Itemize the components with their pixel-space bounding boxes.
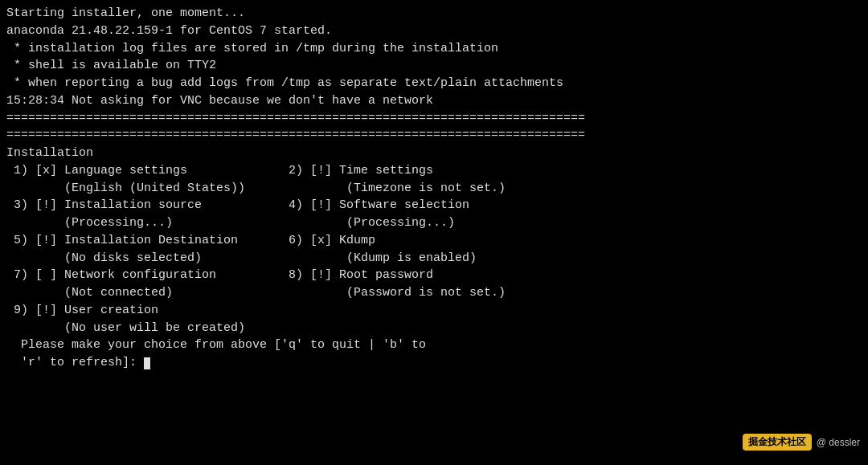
watermark-account: @ dessler bbox=[817, 437, 860, 448]
terminal-line: (Processing...) (Processing...) bbox=[6, 214, 862, 232]
terminal-line: * shell is available on TTY2 bbox=[6, 57, 862, 75]
cursor bbox=[144, 357, 150, 369]
terminal-line: ========================================… bbox=[6, 127, 862, 145]
terminal-line: 5) [!] Installation Destination 6) [x] K… bbox=[6, 232, 862, 250]
watermark-logo: 掘金技术社区 bbox=[743, 434, 812, 451]
terminal-line: ========================================… bbox=[6, 110, 862, 128]
terminal-line: 'r' to refresh]: bbox=[6, 354, 862, 372]
terminal-line: (No disks selected) (Kdump is enabled) bbox=[6, 250, 862, 267]
terminal-line: Please make your choice from above ['q' … bbox=[6, 337, 862, 354]
terminal-line: 15:28:34 Not asking for VNC because we d… bbox=[6, 92, 862, 110]
terminal-window: Starting installer, one moment...anacond… bbox=[0, 0, 868, 465]
watermark: 掘金技术社区 @ dessler bbox=[743, 434, 860, 451]
terminal-line: 9) [!] User creation bbox=[6, 302, 862, 320]
terminal-line: 7) [ ] Network configuration 8) [!] Root… bbox=[6, 267, 862, 284]
terminal-line: * installation log files are stored in /… bbox=[6, 40, 862, 58]
terminal-line: Installation bbox=[6, 145, 862, 162]
terminal-line: (English (United States)) (Timezone is n… bbox=[6, 180, 862, 198]
terminal-line: * when reporting a bug add logs from /tm… bbox=[6, 75, 862, 92]
terminal-line: (Not connected) (Password is not set.) bbox=[6, 284, 862, 302]
terminal-line: 1) [x] Language settings 2) [!] Time set… bbox=[6, 162, 862, 180]
terminal-line: 3) [!] Installation source 4) [!] Softwa… bbox=[6, 197, 862, 214]
terminal-line: (No user will be created) bbox=[6, 320, 862, 337]
terminal-output: Starting installer, one moment...anacond… bbox=[6, 5, 862, 372]
terminal-line: Starting installer, one moment... bbox=[6, 5, 862, 22]
terminal-line: anaconda 21.48.22.159-1 for CentOS 7 sta… bbox=[6, 22, 862, 40]
